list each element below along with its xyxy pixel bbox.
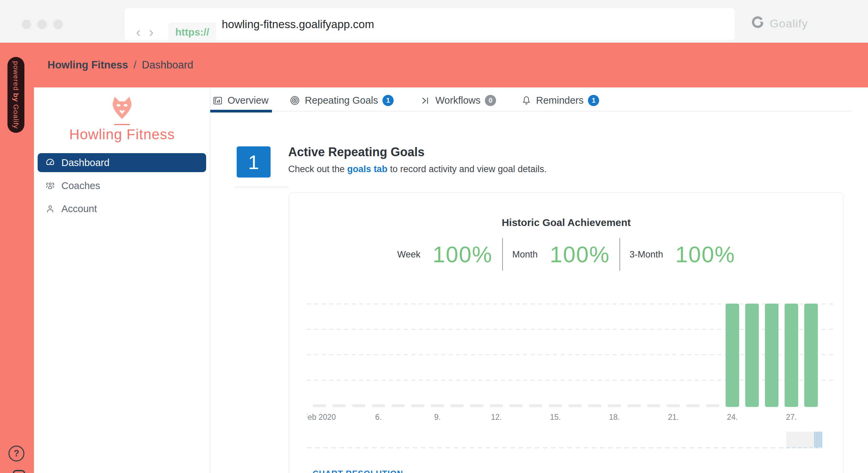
- brand-name: Goalify: [770, 17, 808, 30]
- tab-badge: 0: [485, 95, 496, 106]
- zero-marker-day-10: [450, 404, 464, 407]
- zero-marker-day-14: [529, 404, 542, 407]
- forward-icon[interactable]: ›: [149, 25, 154, 39]
- sidebar: Howling Fitness Dashboard: [34, 87, 210, 473]
- bar-day-27: [785, 304, 798, 407]
- browser-chrome: ‹ › https:// howling-fitness.goalifyapp.…: [0, 0, 868, 43]
- logo-title: Howling Fitness: [34, 126, 210, 143]
- back-icon[interactable]: ‹: [136, 25, 141, 39]
- zero-marker-day-4: [332, 404, 346, 407]
- stat-week: Week 100%: [397, 242, 492, 267]
- navigator-mini-bar: [814, 432, 815, 447]
- x-tick-label: 24.: [702, 413, 763, 422]
- sidebar-item-label: Dashboard: [61, 157, 110, 168]
- tab-badge: 1: [382, 95, 394, 106]
- x-tick-label: 15.: [525, 413, 586, 422]
- tab-label: Reminders: [536, 95, 584, 106]
- wolf-logo-icon: [107, 116, 137, 122]
- bell-icon: [521, 95, 532, 106]
- zero-marker-day-8: [411, 404, 425, 407]
- zero-marker-day-7: [391, 404, 405, 407]
- zero-marker-day-3: [313, 404, 326, 407]
- x-tick-label: Feb 2020: [307, 413, 350, 422]
- stat-value: 100%: [675, 242, 735, 267]
- zero-marker-day-12: [490, 404, 503, 407]
- stat-label: Week: [397, 249, 420, 260]
- browser-brand: Goalify: [751, 16, 808, 30]
- tab-label: Overview: [228, 95, 269, 106]
- sidebar-item-coaches[interactable]: Coaches: [38, 176, 206, 195]
- powered-by-badge[interactable]: powered by Goalify: [7, 57, 24, 133]
- window-control-3[interactable]: [53, 20, 63, 29]
- navigator-mini-bar: [821, 432, 822, 447]
- stat-month: Month 100%: [512, 242, 610, 267]
- sidebar-logo: Howling Fitness: [34, 96, 210, 143]
- zero-marker-day-19: [627, 404, 641, 407]
- hero-subtitle: Check out the goals tab to record activi…: [288, 164, 547, 174]
- chart-title: Historic Goal Achievement: [289, 217, 844, 228]
- zero-marker-day-23: [706, 404, 719, 407]
- chart-navigator-window[interactable]: [786, 432, 822, 448]
- window-control-2[interactable]: [37, 20, 47, 29]
- x-tick-label: 27.: [761, 413, 822, 422]
- breadcrumb-app-link[interactable]: Howling Fitness: [47, 59, 128, 71]
- app-header: Howling Fitness / Dashboard ACTIONS: [0, 43, 868, 87]
- stat-divider: [619, 238, 620, 271]
- speedometer-icon: [45, 158, 55, 168]
- help-button[interactable]: ?: [8, 446, 24, 461]
- stat-value: 100%: [433, 242, 493, 267]
- zero-marker-day-20: [647, 404, 660, 407]
- active-tab-underline: [210, 110, 272, 112]
- navigator-mini-bar: [817, 432, 819, 447]
- bar-day-24: [726, 304, 739, 407]
- tab-workflows[interactable]: Workflows 0: [421, 95, 496, 106]
- url-input[interactable]: howling-fitness.goalifyapp.com: [222, 8, 374, 40]
- sidebar-item-account[interactable]: Account: [38, 199, 206, 218]
- target-icon: [289, 95, 300, 106]
- chart-resolution-link[interactable]: CHART RESOLUTION: [313, 469, 403, 473]
- goalify-logo-icon: [751, 16, 764, 30]
- bar-chart-icon: [212, 95, 223, 106]
- tab-reminders[interactable]: Reminders 1: [521, 95, 599, 106]
- zero-marker-day-16: [568, 404, 582, 407]
- x-tick-label: 9.: [407, 413, 468, 422]
- stat-value: 100%: [550, 242, 610, 267]
- logo-divider: [114, 124, 130, 125]
- x-tick-label: 18.: [584, 413, 645, 422]
- stat-label: Month: [512, 249, 538, 260]
- x-tick-label: 12.: [466, 413, 527, 422]
- tab-label: Workflows: [435, 95, 480, 106]
- active-goals-count: 1: [237, 146, 271, 178]
- feedback-icon[interactable]: [13, 470, 25, 473]
- hero-divider: [234, 187, 289, 187]
- zero-marker-day-18: [608, 404, 621, 407]
- navigator-window-baseline: [786, 447, 822, 448]
- people-group-icon: [45, 181, 55, 191]
- sidebar-item-dashboard[interactable]: Dashboard: [38, 153, 206, 172]
- navigator-mini-bar: [816, 432, 817, 447]
- zero-marker-day-9: [431, 404, 444, 407]
- tab-overview[interactable]: Overview: [212, 95, 269, 106]
- stat-3-month: 3-Month 100%: [630, 242, 735, 267]
- x-tick-label: 21.: [643, 413, 704, 422]
- window-control-1[interactable]: [22, 20, 31, 29]
- chart-summary-stats: Week 100% Month 100% 3-Month 100%: [289, 237, 844, 272]
- chart-navigator-baseline: [307, 447, 822, 448]
- address-bar[interactable]: ‹ › https:// howling-fitness.goalifyapp.…: [124, 8, 735, 40]
- question-mark-icon: ?: [14, 448, 19, 459]
- tab-label: Repeating Goals: [305, 95, 378, 106]
- goal-achievement-chart: Feb 20206.9.12.15.18.21.24.27.: [307, 288, 836, 430]
- goals-tab-link[interactable]: goals tab: [347, 164, 388, 174]
- tab-divider-line: [210, 111, 852, 111]
- zero-marker-day-11: [470, 404, 484, 407]
- screen: ‹ › https:// howling-fitness.goalifyapp.…: [0, 0, 868, 473]
- tab-repeating-goals[interactable]: Repeating Goals 1: [289, 95, 394, 106]
- zero-marker-day-21: [667, 404, 680, 407]
- person-icon: [45, 204, 55, 214]
- breadcrumb-separator: /: [134, 59, 137, 71]
- breadcrumb: Howling Fitness / Dashboard: [47, 43, 193, 87]
- zero-marker-day-17: [588, 404, 601, 407]
- bar-day-28: [804, 304, 818, 407]
- tab-badge: 1: [588, 95, 599, 106]
- breadcrumb-page[interactable]: Dashboard: [142, 59, 193, 71]
